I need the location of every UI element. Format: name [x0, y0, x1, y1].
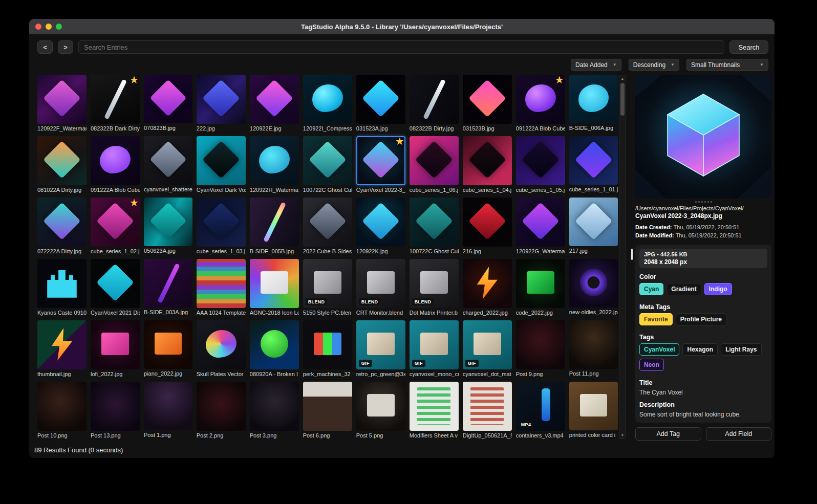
thumbnail-image[interactable]	[197, 75, 246, 124]
tag-pill[interactable]: Hexagon	[682, 343, 718, 356]
grid-item[interactable]: CyanVoxel Dark Vox	[197, 136, 246, 193]
panel-resize-handle[interactable]	[635, 200, 771, 204]
grid-item[interactable]: Kyanos Caste 0910	[37, 259, 87, 316]
grid-item[interactable]: 100722C Ghost Cub	[410, 198, 459, 254]
grid-item[interactable]: 091222A Blob Cube	[91, 136, 140, 193]
grid-item[interactable]: 2022 Cube B-Sides	[303, 198, 352, 254]
thumbnail-image[interactable]	[516, 320, 565, 369]
grid-item[interactable]: cube_series_1_05.j	[516, 136, 565, 193]
thumbnail-image[interactable]	[569, 198, 618, 246]
grid-item[interactable]: 031523B.jpg	[463, 75, 512, 132]
grid-item[interactable]: 031523A.jpg	[356, 75, 405, 132]
scrollbar-track[interactable]	[619, 82, 626, 432]
tag-pill[interactable]: Neon	[639, 359, 664, 371]
grid-item[interactable]: DigItUp_050621A_S	[463, 382, 512, 439]
thumbnail-image[interactable]	[356, 382, 405, 431]
thumbnail-image[interactable]: ★	[516, 75, 565, 124]
thumbnail-image[interactable]: MP4	[516, 382, 565, 431]
thumbnail-image[interactable]	[516, 259, 565, 308]
back-button[interactable]: <	[37, 40, 53, 54]
thumbnail-image[interactable]	[37, 198, 87, 247]
thumbnail-image[interactable]	[91, 136, 140, 185]
grid-item[interactable]: Post 3.png	[250, 382, 299, 439]
thumbnail-image[interactable]	[410, 75, 459, 124]
thumbnail-image[interactable]	[303, 382, 352, 431]
thumbnail-image[interactable]	[250, 75, 299, 124]
thumbnail-image[interactable]	[250, 198, 299, 247]
thumbnail-image[interactable]	[144, 198, 192, 246]
thumbnail-image[interactable]	[37, 259, 87, 308]
search-input[interactable]	[78, 40, 724, 54]
grid-item[interactable]: 120922G_Waterma	[516, 198, 565, 254]
thumbnail-image[interactable]	[91, 382, 140, 431]
grid-item[interactable]: ★ 091222A Blob Cube	[516, 75, 565, 132]
thumbnail-image[interactable]	[303, 320, 352, 369]
grid-item[interactable]: Post 1.png	[144, 382, 192, 439]
scrollbar-thumb[interactable]	[620, 83, 625, 116]
scroll-down-icon[interactable]: ▼	[621, 432, 625, 439]
thumbnail-image[interactable]	[463, 259, 512, 308]
preview-image[interactable]	[635, 75, 771, 199]
grid-item[interactable]: AGNC-2018 Icon Lo	[250, 259, 299, 316]
thumbnail-image[interactable]	[569, 259, 618, 308]
thumbnail-image[interactable]	[197, 320, 246, 369]
grid-item[interactable]: Post 11.png	[569, 320, 618, 377]
grid-item[interactable]: 120922F_Watermark	[37, 75, 87, 132]
grid-item[interactable]: ★ 082322B Dark Dirty	[91, 75, 140, 132]
grid-item[interactable]: charged_2022.jpg	[463, 259, 512, 316]
grid-item[interactable]: GIF cyanvoxel_mono_cr	[410, 320, 459, 377]
thumbnail-image[interactable]: GIF	[410, 320, 459, 369]
thumbnail-image[interactable]	[37, 382, 87, 431]
thumbnail-image[interactable]	[356, 198, 405, 247]
grid-item[interactable]: Post 9.png	[516, 320, 565, 377]
grid-item[interactable]: BLEND Dot Matrix Printer.b	[410, 259, 459, 316]
grid-item[interactable]: B-SIDE_006A.jpg	[569, 75, 618, 132]
thumbnail-image[interactable]	[410, 198, 459, 247]
thumbnail-image[interactable]	[569, 382, 618, 430]
grid-item[interactable]: cube_series_1_04.j	[463, 136, 512, 193]
grid-item[interactable]: Post 2.png	[197, 382, 246, 439]
forward-button[interactable]: >	[58, 40, 73, 54]
grid-item[interactable]: 222.jpg	[197, 75, 246, 132]
grid-item[interactable]: lofi_2022.jpg	[91, 320, 140, 377]
tag-pill[interactable]: Gradient	[666, 283, 701, 295]
thumbnail-image[interactable]	[144, 75, 192, 123]
thumbnail-image[interactable]	[197, 198, 246, 247]
thumbnail-image[interactable]	[410, 382, 459, 431]
grid-item[interactable]: Post 10.png	[37, 382, 87, 439]
grid-item[interactable]: 070823B.jpg	[144, 75, 192, 132]
grid-item[interactable]: cube_series_1_06.j	[410, 136, 459, 193]
grid-item[interactable]: 120922I_Compresse	[303, 75, 352, 132]
grid-item[interactable]: 216.jpg	[463, 198, 512, 254]
thumbnail-image[interactable]	[91, 259, 140, 308]
search-button[interactable]: Search	[729, 40, 768, 54]
thumbnail-image[interactable]	[197, 136, 246, 185]
grid-item[interactable]: cyanvoxel_shattere	[144, 136, 192, 193]
grid-item[interactable]: MP4 containers_v3.mp4	[516, 382, 565, 439]
tag-pill[interactable]: Cyan	[639, 283, 663, 295]
grid-scrollbar[interactable]: ▲ ▼	[619, 75, 626, 439]
thumbnail-image[interactable]	[569, 320, 618, 369]
tag-pill[interactable]: CyanVoxel	[639, 343, 679, 356]
thumbnail-image[interactable]	[197, 382, 246, 431]
thumbnail-image[interactable]: BLEND	[303, 259, 352, 308]
grid-item[interactable]: new-oldies_2022.jp	[569, 259, 618, 316]
panel-scrollbar-thumb[interactable]	[631, 249, 633, 260]
thumbnail-image[interactable]	[463, 136, 512, 185]
grid-item[interactable]: BLEND CRT Monitor.blend	[356, 259, 405, 316]
grid-item[interactable]: 081022A Dirty.jpg	[37, 136, 87, 193]
grid-item[interactable]: ★ CyanVoxel 2022-3_	[356, 136, 405, 193]
thumbnail-image[interactable]	[144, 259, 192, 308]
scroll-up-icon[interactable]: ▲	[621, 75, 625, 82]
grid-item[interactable]: cube_series_1_03.j	[197, 198, 246, 254]
grid-item[interactable]: GIF cyanvoxel_dot_mat	[463, 320, 512, 377]
thumbnail-image[interactable]	[569, 75, 618, 123]
tag-pill[interactable]: Favorite	[639, 313, 673, 325]
sort-field-dropdown[interactable]: Date Added ▼	[571, 59, 621, 71]
thumbnail-image[interactable]	[356, 75, 405, 124]
thumbnail-image[interactable]	[463, 198, 512, 247]
thumbnail-image[interactable]	[37, 320, 87, 369]
grid-item[interactable]: BLEND 5150 Style PC.blen	[303, 259, 352, 316]
grid-item[interactable]: 072222A Dirty.jpg	[37, 198, 87, 254]
grid-item[interactable]: 217.jpg	[569, 198, 618, 254]
